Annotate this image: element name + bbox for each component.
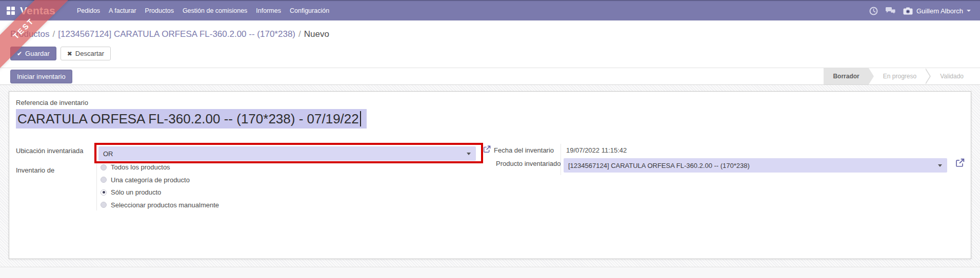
menu-item-a-facturar[interactable]: A facturar — [109, 7, 136, 14]
top-navbar: Ventas Pedidos A facturar Productos Gest… — [0, 0, 980, 20]
navbar-right: Guillem Alborch — [869, 7, 980, 15]
dropdown-caret-icon[interactable] — [467, 153, 471, 155]
inventario-de-radio-group: Todos los productos Una categoría de pro… — [101, 164, 219, 208]
radio-todos-los-productos[interactable]: Todos los productos — [101, 164, 219, 170]
avatar-icon — [903, 7, 913, 15]
radio-solo-un-producto[interactable]: Sólo un producto — [101, 189, 219, 196]
chevron-down-icon — [967, 10, 971, 12]
status-step-borrador[interactable]: Borrador — [824, 68, 868, 84]
x-icon: ✖ — [67, 51, 72, 57]
text-cursor — [360, 111, 361, 126]
main-menu: Pedidos A facturar Productos Gestión de … — [77, 7, 329, 14]
discard-button-label: Descartar — [75, 50, 104, 57]
status-step-validado[interactable]: Validado — [931, 68, 973, 84]
clock-activities-icon[interactable] — [869, 7, 878, 15]
referencia-input[interactable]: CARATULA ORFESA FL-360.2.00 -- (170*238)… — [16, 109, 367, 129]
column-separator — [96, 143, 97, 210]
ubicacion-combobox[interactable]: OR — [98, 146, 476, 161]
apps-grid-icon[interactable] — [7, 7, 15, 15]
producto-label: Producto inventariado — [496, 160, 561, 167]
bottom-strip — [0, 267, 980, 278]
radio-icon[interactable] — [101, 177, 107, 183]
fecha-label: Fecha del inventario — [494, 146, 554, 154]
check-icon: ✔ — [17, 51, 22, 57]
referencia-value: CARATULA ORFESA FL-360.2.00 -- (170*238)… — [17, 111, 359, 127]
breadcrumb: Productos/[1234567124] CARATULA ORFESA F… — [10, 29, 329, 39]
user-menu[interactable]: Guillem Alborch — [903, 7, 971, 15]
menu-item-informes[interactable]: Informes — [256, 7, 281, 14]
menu-item-configuracion[interactable]: Configuración — [290, 7, 329, 14]
external-link-icon[interactable] — [955, 158, 965, 169]
control-panel-buttons: ✔ Guardar ✖ Descartar — [10, 47, 111, 60]
menu-item-productos[interactable]: Productos — [145, 7, 174, 14]
menu-item-gestion-comisiones[interactable]: Gestión de comisiones — [183, 7, 247, 14]
user-name: Guillem Alborch — [916, 7, 963, 15]
ubicacion-value: OR — [103, 150, 113, 158]
breadcrumb-separator: / — [50, 29, 58, 39]
status-step-en-progreso[interactable]: En progreso — [874, 68, 926, 84]
status-pipeline: Borrador En progreso Validado — [824, 68, 973, 84]
radio-una-categoria[interactable]: Una categoría de producto — [101, 177, 219, 183]
producto-combobox[interactable]: [1234567124] CARATULA ORFESA FL-360.2.00… — [564, 158, 947, 173]
menu-item-pedidos[interactable]: Pedidos — [77, 7, 100, 14]
inventario-de-label: Inventario de — [16, 166, 54, 174]
radio-checked-icon[interactable] — [101, 189, 107, 196]
save-button-label: Guardar — [25, 50, 50, 57]
fecha-value[interactable]: 19/07/2022 11:15:42 — [566, 146, 627, 154]
status-arrow-icon — [869, 68, 874, 84]
form-sheet: Referencia de inventario CARATULA ORFESA… — [9, 91, 971, 259]
form-statusbar: Iniciar inventario Borrador En progreso … — [0, 68, 980, 85]
start-inventory-label: Iniciar inventario — [17, 73, 66, 80]
breadcrumb-record[interactable]: [1234567124] CARATULA ORFESA FL-360.2.00… — [58, 29, 295, 39]
column-separator — [561, 144, 561, 175]
discard-button[interactable]: ✖ Descartar — [61, 47, 111, 60]
dropdown-caret-icon[interactable] — [938, 164, 942, 167]
radio-icon[interactable] — [101, 202, 107, 208]
start-inventory-button[interactable]: Iniciar inventario — [10, 70, 72, 83]
external-link-icon[interactable] — [483, 145, 491, 155]
chat-messages-icon[interactable] — [885, 7, 896, 15]
ubicacion-label: Ubicación inventariada — [16, 147, 84, 155]
radio-icon[interactable] — [101, 164, 107, 170]
referencia-label: Referencia de inventario — [16, 99, 88, 106]
breadcrumb-separator: / — [295, 29, 304, 39]
producto-value: [1234567124] CARATULA ORFESA FL-360.2.00… — [568, 162, 750, 169]
breadcrumb-current: Nuevo — [304, 29, 329, 39]
status-arrow-icon — [926, 68, 931, 84]
radio-seleccionar-manualmente[interactable]: Seleccionar productos manualmente — [101, 202, 219, 208]
